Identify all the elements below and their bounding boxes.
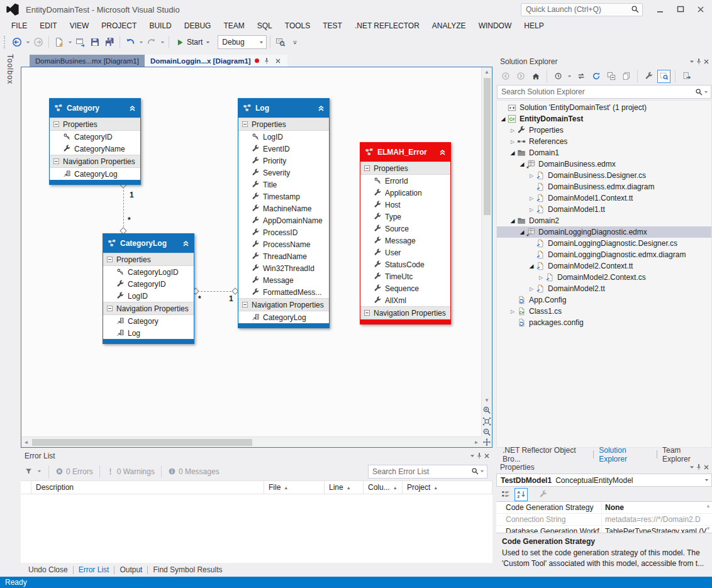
alphabetical-sort-button[interactable]: AZ <box>515 488 528 501</box>
close-icon[interactable] <box>483 452 491 460</box>
tree-item-app-config[interactable]: App.Config <box>497 294 711 306</box>
entity-property[interactable]: Type <box>360 211 450 223</box>
entity-property[interactable]: ErrorId <box>360 175 450 187</box>
minimize-button[interactable] <box>650 2 670 17</box>
entity-header[interactable]: CategoryLog <box>103 234 194 253</box>
collapse-all-button[interactable] <box>604 70 618 83</box>
entity-category[interactable]: CategoryPropertiesCategoryIDCategoryName… <box>49 98 141 185</box>
entity-property[interactable]: FormattedMess... <box>238 286 329 298</box>
entity-property[interactable]: LogID <box>238 131 329 143</box>
pin-icon[interactable] <box>476 452 483 460</box>
section-header[interactable]: Navigation Properties <box>50 155 140 168</box>
sync-with-active-document-button[interactable] <box>574 70 587 83</box>
vertical-scrollbar[interactable]: ▲ ▼ <box>481 67 492 405</box>
toolbar-grip[interactable] <box>4 36 7 48</box>
expander-collapsed-icon[interactable]: ▷ <box>527 286 536 292</box>
entity-property[interactable]: User <box>360 247 450 258</box>
expander-collapsed-icon[interactable]: ▷ <box>527 196 536 201</box>
quick-launch-box[interactable] <box>521 3 643 16</box>
tree-item-references[interactable]: ▷References <box>497 136 711 147</box>
section-header[interactable]: Properties <box>50 118 140 131</box>
object-selector-combobox[interactable]: TestDbModel1 ConceptualEntityModel <box>496 474 712 487</box>
entity-property[interactable]: CategoryID <box>103 278 194 290</box>
expander-expanded-icon[interactable]: ◢ <box>518 161 526 167</box>
scroll-right-arrow[interactable]: ► <box>472 437 481 447</box>
expander-collapsed-icon[interactable]: ▷ <box>508 139 517 145</box>
entity-categorylog[interactable]: CategoryLogPropertiesCategoryLogIDCatego… <box>103 233 194 344</box>
save-all-button[interactable] <box>103 35 116 50</box>
entity-property[interactable]: Application <box>360 187 450 199</box>
scroll-up-arrow[interactable]: ▲ <box>482 67 492 77</box>
tree-item-domainloggingdiagnostic-edmx-diagram[interactable]: DomainLoggingDiagnostic.edmx.diagram <box>497 249 711 260</box>
properties-button[interactable] <box>642 70 655 83</box>
tree-item-domainmodel1-tt[interactable]: ▷DomainModel1.tt <box>497 204 711 215</box>
filter-dropdown-icon[interactable] <box>567 74 572 79</box>
zoom-in-button[interactable] <box>482 406 491 414</box>
back-button[interactable] <box>499 70 512 83</box>
show-all-files-button[interactable] <box>657 70 670 83</box>
entity-elmah_error[interactable]: ELMAH_ErrorPropertiesErrorIdApplicationH… <box>360 142 451 325</box>
expander-collapsed-icon[interactable]: ▷ <box>527 173 536 179</box>
menu-tools[interactable]: TOOLS <box>279 19 316 33</box>
open-file-button[interactable] <box>74 35 87 50</box>
new-item-dropdown[interactable] <box>67 40 73 45</box>
tree-item-domainmodel2-tt[interactable]: ▷DomainModel2.tt <box>497 283 711 294</box>
entity-property[interactable]: Log <box>103 327 194 339</box>
entity-property[interactable]: Message <box>360 235 450 247</box>
tree-item-domain1[interactable]: ◢Domain1 <box>497 147 711 158</box>
tree-item-domainloggingdiagnostic-designer-cs[interactable]: DomainLoggingDiagnostic.Designer.cs <box>497 238 711 249</box>
save-button[interactable] <box>88 35 102 50</box>
expander-expanded-icon[interactable]: ◢ <box>527 263 536 269</box>
document-tab-1[interactable]: DomainLoggin...x [Diagram1] <box>145 55 287 67</box>
panel-tab-error-list[interactable]: Error List <box>74 565 114 574</box>
configuration-combobox[interactable]: Debug <box>218 35 267 49</box>
tree-item-domainbusiness-designer-cs[interactable]: ▷DomainBusiness.Designer.cs <box>497 170 711 181</box>
window-menu-icon[interactable] <box>689 58 695 65</box>
filter-icon[interactable] <box>25 467 33 475</box>
entity-property[interactable]: EventID <box>238 143 329 155</box>
property-row[interactable]: Database Generation WorkfTablePerTypeStr… <box>496 526 712 533</box>
quick-launch-input[interactable] <box>526 5 631 14</box>
zoom-out-button[interactable] <box>482 428 491 436</box>
refresh-button[interactable] <box>589 70 603 83</box>
tree-item-domain2[interactable]: ◢Domain2 <box>497 215 711 226</box>
entity-property[interactable]: CategoryLog <box>50 168 140 180</box>
column-header-colu[interactable]: Colu...▲ <box>364 481 403 494</box>
property-pages-button[interactable] <box>537 488 550 501</box>
entity-property[interactable]: Win32ThreadId <box>238 262 329 274</box>
menu-debug[interactable]: DEBUG <box>178 19 218 33</box>
entity-property[interactable]: Priority <box>238 155 329 167</box>
redo-button[interactable] <box>145 35 159 50</box>
section-header[interactable]: Properties <box>103 253 194 266</box>
panel-tab-output[interactable]: Output <box>114 565 147 574</box>
entity-property[interactable]: ProcessID <box>238 226 329 238</box>
tree-item-entitydomaintest[interactable]: ◢C#EntityDomainTest <box>497 113 711 125</box>
property-value[interactable]: metadata=res://*/Domain2.D <box>602 514 712 525</box>
tree-item-properties[interactable]: ▷Properties <box>497 125 711 136</box>
entity-property[interactable]: LogID <box>103 290 194 302</box>
entity-log[interactable]: LogPropertiesLogIDEventIDPrioritySeverit… <box>238 98 330 328</box>
entity-property[interactable]: Host <box>360 199 450 211</box>
menu-window[interactable]: WINDOW <box>472 19 518 33</box>
entity-property[interactable]: Category <box>103 315 194 327</box>
column-header-gutter[interactable] <box>21 481 31 494</box>
pin-icon[interactable] <box>695 463 703 471</box>
column-header-file[interactable]: File▲ <box>264 481 325 494</box>
document-tab-0[interactable]: DomainBusines...mx [Diagram1] <box>30 55 145 67</box>
menu-analyze[interactable]: ANALYZE <box>426 19 472 33</box>
entity-property[interactable]: AllXml <box>360 294 450 306</box>
property-row[interactable]: Connection Stringmetadata=res://*/Domain… <box>496 514 712 526</box>
messages-count-button[interactable]: 0 Messages <box>168 467 220 476</box>
expander-collapsed-icon[interactable]: ▷ <box>527 207 536 213</box>
filter-dropdown-icon[interactable] <box>36 469 42 474</box>
horizontal-scroll-thumb[interactable] <box>32 439 252 446</box>
expander-expanded-icon[interactable]: ◢ <box>508 218 517 224</box>
menu-project[interactable]: PROJECT <box>95 19 143 33</box>
pending-changes-filter-button[interactable] <box>552 70 565 83</box>
copy-button[interactable] <box>620 70 633 83</box>
solution-explorer-search-input[interactable] <box>501 87 695 96</box>
tree-item-domainloggingdiagnostic-edmx[interactable]: ◢DomainLoggingDiagnostic.edmx <box>497 226 711 238</box>
vertical-scroll-thumb[interactable] <box>484 78 491 215</box>
menu-test[interactable]: TEST <box>316 19 348 33</box>
section-header[interactable]: Properties <box>360 162 450 175</box>
